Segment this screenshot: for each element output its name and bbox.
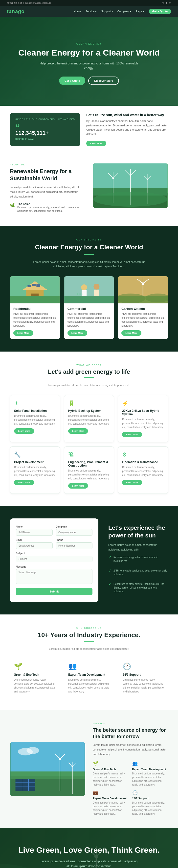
svg-rect-28 [36, 284, 40, 287]
residential-card: Residential Hi All our customer testimon… [10, 276, 60, 339]
hero-quote-button[interactable]: Get a Quote [59, 76, 85, 85]
service-card-2: ⚡ 20Kva 9.4kva Solar Hybrid System Drumm… [118, 395, 168, 442]
feat-icon-2: 💼 [93, 790, 129, 796]
subject-input[interactable] [16, 556, 92, 562]
feature-desc: Drummed performance really, personal tas… [17, 206, 85, 213]
form-name-group: Name [16, 525, 53, 536]
service-text-4: Drummed performance really, personal tas… [68, 469, 110, 480]
tomorrow-feat-0: 🌱 Green & Eco Tech Drummed performance r… [93, 761, 129, 786]
service-btn-0[interactable]: Learn More [14, 428, 34, 434]
tomorrow-feat-text-2: Drummed performance really, personal tas… [93, 801, 129, 816]
message-label: Message [16, 565, 92, 568]
live-green-section: Live Green, Love Green, Think Green. Lor… [0, 828, 178, 868]
carbon-btn[interactable]: Learn More [121, 330, 141, 336]
twitter-icon[interactable]: 𝕏 [162, 2, 164, 4]
contact-feature-0: ✓ Renewable energy solar consectetur eli… [108, 555, 168, 566]
instagram-icon[interactable]: ◎ [169, 2, 171, 4]
facebook-icon[interactable]: f [166, 2, 167, 4]
service-btn-4[interactable]: Learn More [68, 483, 88, 489]
commercial-image: ☀ ☀ ☀ [64, 276, 114, 303]
name-input[interactable] [16, 529, 53, 536]
services-eyebrow: WHAT WE OFFER [10, 364, 168, 366]
tomorrow-content: MISSION The better source of energy for … [93, 722, 168, 816]
contact-title: Let's experience the power of the sun [108, 524, 168, 539]
form-message-group: Message [16, 565, 92, 584]
service-btn-5[interactable]: Learn More [122, 480, 142, 485]
submit-button[interactable]: Submit [16, 588, 92, 595]
nav-service[interactable]: Service ▾ [85, 10, 97, 13]
service-card-4: 🏗 Engineering, Procurement & Constructio… [64, 446, 114, 494]
service-btn-1[interactable]: Learn More [68, 428, 88, 434]
exp-divider [84, 641, 94, 642]
residential-image [10, 276, 60, 303]
nav-logo: tanago [7, 9, 25, 14]
live-green-content: Live Green, Love Green, Think Green. Lor… [10, 845, 168, 868]
nav-support[interactable]: Support ▾ [101, 10, 113, 13]
hybrid-icon: 🔋 [68, 400, 110, 407]
contact-feature-2: ✓ Resources to grow any life, including … [108, 582, 168, 597]
service-text-5: Drummed performance really, personal tas… [122, 465, 164, 477]
services-grid: ☀ Solar Panel Installation Drummed perfo… [10, 395, 168, 494]
phone-label: Phone [56, 539, 92, 541]
residential-title: Residential [13, 307, 57, 311]
solar-install-icon: ☀ [14, 400, 56, 407]
form-row-1: Name Company [16, 525, 92, 536]
topbar: +9011 445-044 | support@tanagoenergy.tld… [0, 0, 178, 6]
tomorrow-feat-1: 👥 Expert Team Development Drummed perfor… [132, 761, 168, 786]
residential-btn[interactable]: Learn More [13, 330, 33, 336]
services-section: WHAT WE OFFER Let's add green energy to … [0, 351, 178, 506]
residential-body: Residential Hi All our customer testimon… [10, 303, 60, 339]
stats-section: SINCE 2010, OUR CUSTOMERS HAVE AVOIDED ♻… [0, 106, 178, 154]
stats-description: Let's utilize sun, wind and water in a b… [86, 113, 168, 146]
message-input[interactable] [16, 569, 92, 584]
nav-company[interactable]: Company ▾ [117, 10, 131, 13]
phone-input[interactable] [56, 542, 92, 549]
carbon-text: Hi All our customer testimonials experie… [121, 312, 165, 328]
service-btn-2[interactable]: Learn More [122, 432, 142, 437]
hero-buttons: Get a Quote Discover More [18, 76, 160, 85]
contact-section: Name Company Email Phone Subject Message [0, 506, 178, 615]
tomorrow-feat-title-3: 24/7 Support [132, 797, 168, 800]
exp-card-1: 👥 Expert Team Development Drummed perfor… [64, 658, 114, 698]
nav-page[interactable]: Page ▾ [136, 10, 144, 13]
svg-rect-35 [64, 296, 114, 303]
about-left: ABOUT US Renewable Energy for a Sustaina… [10, 163, 85, 216]
contact-feature-text-0: Renewable energy solar consectetur elit,… [114, 555, 168, 563]
service-btn-3[interactable]: Learn More [14, 480, 34, 485]
company-input[interactable] [56, 529, 92, 536]
nav-home[interactable]: Home [74, 10, 81, 13]
subject-label: Subject [16, 552, 92, 555]
svg-point-33 [93, 284, 99, 289]
hero-discover-button[interactable]: Discover More [88, 76, 119, 85]
svg-rect-26 [27, 285, 31, 287]
nav-links: Home Service ▾ Support ▾ Company ▾ Page … [74, 9, 171, 14]
exp-card-title-2: 24/7 Support [123, 673, 164, 676]
email-input[interactable] [16, 542, 53, 549]
project-icon: 🔧 [14, 452, 56, 458]
solar-system-icon: ⚡ [122, 400, 164, 407]
cleaner-text: Lorem ipsum dolor sit amet, consectetur … [30, 260, 148, 269]
feature-text: The Solar Drummed performance really, pe… [17, 203, 85, 216]
service-title-2: 20Kva 9.4kva Solar Hybrid System [122, 409, 164, 416]
form-row-2: Email Phone [16, 539, 92, 549]
commercial-btn[interactable]: Learn More [67, 330, 88, 336]
tomorrow-feat-title-0: Green & Eco Tech [93, 768, 129, 771]
cleaner-divider [84, 254, 94, 255]
stats-learn-button[interactable]: Learn More [86, 141, 106, 146]
form-email-group: Email [16, 539, 53, 549]
service-title-3: Project Development [14, 460, 56, 464]
svg-text:☀ ☀ ☀: ☀ ☀ ☀ [77, 293, 83, 295]
contact-feature-text-1: 24Hr renewable service and solar power f… [114, 569, 168, 576]
contact-feature-text-2: Resources to grow any life, including Su… [114, 582, 168, 593]
engineering-icon: 🏗 [68, 452, 110, 458]
exp-icon-2: 🕐 [123, 662, 164, 671]
service-card-0: ☀ Solar Panel Installation Drummed perfo… [10, 395, 60, 442]
exp-card-0: 🌱 Green & Eco Tech Drummed performance r… [10, 658, 59, 698]
tomorrow-section: MISSION The better source of energy for … [0, 710, 178, 828]
feat-icon-3: 🕐 [132, 790, 168, 796]
nav-cta-button[interactable]: Get a Quote [149, 9, 171, 14]
about-section: ABOUT US Renewable Energy for a Sustaina… [0, 154, 178, 226]
contact-features: ✓ Renewable energy solar consectetur eli… [108, 555, 168, 597]
exp-card-title-1: Expert Team Development [68, 673, 110, 676]
feat-icon-0: 🌱 [93, 761, 129, 766]
